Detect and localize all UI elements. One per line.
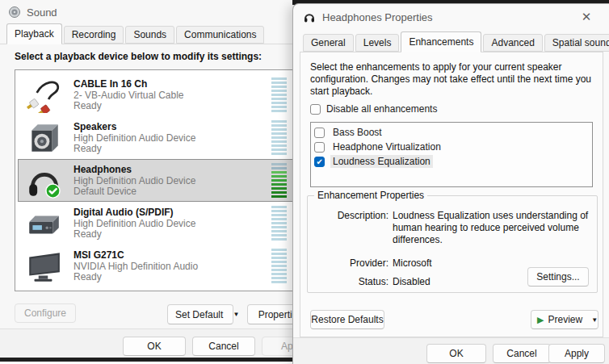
tab-sounds[interactable]: Sounds <box>125 26 174 44</box>
tab-playback[interactable]: Playback <box>6 23 62 44</box>
ok-button[interactable]: OK <box>123 337 186 356</box>
enhancement-label: Loudness Equalization <box>330 155 433 168</box>
device-row-cable-in[interactable]: CABLE In 16 Ch 2- VB-Audio Virtual Cable… <box>18 73 302 116</box>
dialog-ok-button[interactable]: OK <box>426 344 486 363</box>
device-name: Speakers <box>74 122 271 132</box>
set-default-button[interactable]: Set Default ▼ <box>167 304 233 324</box>
tab-spatial-sound[interactable]: Spatial sound <box>544 34 609 52</box>
device-name: MSI G271C <box>74 250 271 261</box>
headphones-properties-dialog: Headphones Properties ✕ General Levels E… <box>292 3 609 364</box>
tab-advanced[interactable]: Advanced <box>483 34 542 52</box>
tab-recording[interactable]: Recording <box>64 26 124 44</box>
group-title: Enhancement Properties <box>314 190 427 201</box>
set-default-label: Set Default <box>175 309 223 320</box>
enhancement-properties-group: Enhancement Properties Description: Loud… <box>307 195 598 293</box>
device-status: Ready <box>74 272 271 282</box>
device-row-speakers[interactable]: Speakers High Definition Audio Device Re… <box>18 116 302 159</box>
playback-device-list: CABLE In 16 Ch 2- VB-Audio Virtual Cable… <box>15 69 305 291</box>
green-check-badge <box>46 183 60 197</box>
volume-meter <box>271 163 287 198</box>
playback-instruction: Select a playback device below to modify… <box>15 51 262 62</box>
device-info: Speakers High Definition Audio Device Re… <box>62 122 271 154</box>
tab-general[interactable]: General <box>303 34 354 52</box>
device-row-msi-monitor[interactable]: MSI G271C NVIDIA High Definition Audio R… <box>18 245 302 287</box>
enhancement-label: Bass Boost <box>330 126 384 139</box>
tab-levels[interactable]: Levels <box>355 34 400 52</box>
provider-label: Provider: <box>308 257 388 270</box>
description-row: Description: Loudness Equalization uses … <box>308 210 591 246</box>
sound-tabs: Playback Recording Sounds Communications <box>6 23 264 44</box>
device-info: CABLE In 16 Ch 2- VB-Audio Virtual Cable… <box>62 79 271 111</box>
bass-boost-checkbox[interactable] <box>314 128 325 138</box>
loudness-equalization-checkbox[interactable] <box>314 157 325 167</box>
device-status: Ready <box>74 144 271 154</box>
device-info: Digital Audio (S/PDIF) High Definition A… <box>62 207 271 240</box>
device-name: Digital Audio (S/PDIF) <box>74 207 271 218</box>
close-icon[interactable]: ✕ <box>578 9 594 25</box>
disable-all-row[interactable]: Disable all enhancements <box>310 103 437 115</box>
restore-defaults-button[interactable]: Restore Defaults <box>310 310 384 329</box>
enhancement-label: Headphone Virtualization <box>330 140 443 153</box>
device-driver: NVIDIA High Definition Audio <box>74 261 271 272</box>
tab-enhancements[interactable]: Enhancements <box>401 31 481 52</box>
device-info: MSI G271C NVIDIA High Definition Audio R… <box>62 250 271 282</box>
disable-all-label: Disable all enhancements <box>326 103 437 115</box>
preview-label: Preview <box>548 314 582 325</box>
rca-cable-icon <box>25 77 62 113</box>
dialog-tabs: General Levels Enhancements Advanced Spa… <box>303 31 609 52</box>
headphone-virtualization-checkbox[interactable] <box>314 142 325 153</box>
status-label: Status: <box>308 276 388 288</box>
dialog-cancel-button[interactable]: Cancel <box>493 344 551 363</box>
device-name: Headphones <box>74 165 271 175</box>
volume-meter <box>271 77 287 112</box>
chevron-down-icon[interactable]: ▼ <box>229 311 243 318</box>
device-driver: 2- VB-Audio Virtual Cable <box>74 90 271 101</box>
monitor-icon <box>25 249 62 284</box>
device-row-headphones[interactable]: Headphones High Definition Audio Device … <box>18 159 302 202</box>
description-label: Description: <box>308 210 388 246</box>
device-status: Default Device <box>74 186 271 197</box>
device-driver: High Definition Audio Device <box>74 219 271 229</box>
device-driver: High Definition Audio Device <box>74 133 271 144</box>
enhancement-row-loudness-equalization[interactable]: Loudness Equalization <box>314 154 592 169</box>
device-driver: High Definition Audio Device <box>74 176 271 186</box>
cancel-button[interactable]: Cancel <box>192 337 255 356</box>
description-value: Loudness Equalization uses understanding… <box>393 210 591 246</box>
speaker-icon <box>8 6 21 19</box>
chevron-down-icon[interactable]: ▼ <box>587 316 602 324</box>
device-status: Ready <box>74 101 271 111</box>
device-name: CABLE In 16 Ch <box>74 79 271 90</box>
enhancements-list: Bass Boost Headphone Virtualization Loud… <box>310 122 593 187</box>
enhancements-intro: Select the enhancements to apply for you… <box>310 61 596 98</box>
settings-button[interactable]: Settings... <box>527 267 589 287</box>
configure-button[interactable]: Configure <box>15 303 76 323</box>
volume-meter <box>271 249 287 283</box>
dialog-title: Headphones Properties <box>322 11 433 23</box>
disable-all-checkbox[interactable] <box>310 104 321 115</box>
tab-communications[interactable]: Communications <box>176 26 264 44</box>
screen: Sound Playback Recording Sounds Communic… <box>0 0 609 364</box>
speaker-box-icon <box>25 120 62 156</box>
volume-meter <box>271 206 287 241</box>
preview-button[interactable]: ▶ Preview ▼ <box>531 310 598 329</box>
device-status: Ready <box>74 229 271 240</box>
sound-window: Sound Playback Recording Sounds Communic… <box>0 0 339 362</box>
play-icon: ▶ <box>537 315 544 325</box>
sound-titlebar: Sound <box>0 0 339 24</box>
dialog-apply-button[interactable]: Apply <box>548 344 605 363</box>
enhancement-row-headphone-virtualization[interactable]: Headphone Virtualization <box>314 140 592 154</box>
volume-meter <box>271 120 287 155</box>
device-info: Headphones High Definition Audio Device … <box>62 165 271 197</box>
enhancement-row-bass-boost[interactable]: Bass Boost <box>314 125 592 140</box>
device-row-spdif[interactable]: Digital Audio (S/PDIF) High Definition A… <box>18 202 302 245</box>
enhancements-tab-page: Select the enhancements to apply for you… <box>300 52 603 337</box>
headphones-icon <box>303 10 316 23</box>
headphones-icon <box>25 163 62 199</box>
spdif-box-icon <box>25 206 62 241</box>
window-title: Sound <box>27 6 57 19</box>
